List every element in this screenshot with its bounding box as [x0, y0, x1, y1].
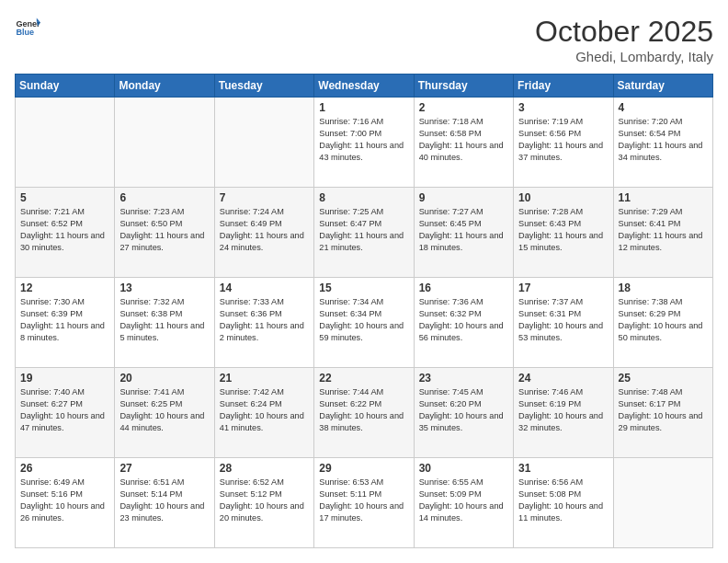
sunrise: Sunrise: 7:44 AM [319, 387, 383, 396]
table-row: 12 Sunrise: 7:30 AM Sunset: 6:39 PM Dayl… [16, 278, 115, 368]
day-number: 25 [619, 372, 708, 385]
daylight: Daylight: 11 hours and 43 minutes. [319, 141, 404, 162]
day-number: 22 [319, 372, 408, 385]
calendar-body: 1 Sunrise: 7:16 AM Sunset: 7:00 PM Dayli… [16, 98, 713, 548]
table-row: 9 Sunrise: 7:27 AM Sunset: 6:45 PM Dayli… [414, 188, 513, 278]
daylight: Daylight: 11 hours and 30 minutes. [20, 231, 105, 252]
table-row: 16 Sunrise: 7:36 AM Sunset: 6:32 PM Dayl… [414, 278, 513, 368]
daylight: Daylight: 10 hours and 44 minutes. [119, 411, 204, 432]
table-row [214, 98, 313, 188]
daylight: Daylight: 11 hours and 27 minutes. [119, 231, 204, 252]
table-row: 11 Sunrise: 7:29 AM Sunset: 6:41 PM Dayl… [613, 188, 712, 278]
daylight: Daylight: 10 hours and 50 minutes. [619, 321, 703, 342]
sunrise: Sunrise: 7:23 AM [119, 207, 184, 216]
day-info: Sunrise: 7:34 AM Sunset: 6:34 PM Dayligh… [319, 296, 408, 344]
day-info: Sunrise: 7:21 AM Sunset: 6:52 PM Dayligh… [20, 206, 109, 254]
day-number: 28 [220, 462, 309, 475]
sunset: Sunset: 5:11 PM [319, 489, 381, 499]
sunrise: Sunrise: 7:40 AM [20, 387, 85, 396]
daylight: Daylight: 11 hours and 24 minutes. [220, 231, 304, 252]
table-row: 19 Sunrise: 7:40 AM Sunset: 6:27 PM Dayl… [16, 368, 115, 458]
day-number: 2 [419, 101, 508, 114]
table-row: 17 Sunrise: 7:37 AM Sunset: 6:31 PM Dayl… [514, 278, 613, 368]
sunset: Sunset: 6:41 PM [619, 219, 681, 228]
table-row [613, 458, 712, 548]
table-row: 10 Sunrise: 7:28 AM Sunset: 6:43 PM Dayl… [514, 188, 613, 278]
sunrise: Sunrise: 7:41 AM [119, 387, 184, 396]
table-row: 13 Sunrise: 7:32 AM Sunset: 6:38 PM Dayl… [115, 278, 214, 368]
daylight: Daylight: 10 hours and 56 minutes. [419, 321, 504, 342]
table-row: 31 Sunrise: 6:56 AM Sunset: 5:08 PM Dayl… [514, 458, 613, 548]
day-info: Sunrise: 7:23 AM Sunset: 6:50 PM Dayligh… [119, 206, 209, 254]
day-number: 27 [119, 462, 209, 475]
table-row: 27 Sunrise: 6:51 AM Sunset: 5:14 PM Dayl… [115, 458, 214, 548]
sunrise: Sunrise: 7:45 AM [419, 387, 483, 396]
daylight: Daylight: 10 hours and 38 minutes. [319, 411, 404, 432]
sunset: Sunset: 5:08 PM [518, 489, 581, 499]
day-number: 26 [20, 462, 109, 475]
sunset: Sunset: 6:50 PM [119, 219, 182, 228]
daylight: Daylight: 10 hours and 11 minutes. [518, 501, 603, 523]
day-number: 9 [419, 191, 508, 204]
col-wednesday: Wednesday [314, 75, 414, 98]
day-number: 29 [319, 462, 408, 475]
day-number: 19 [20, 372, 109, 385]
day-info: Sunrise: 6:51 AM Sunset: 5:14 PM Dayligh… [119, 477, 209, 524]
sunrise: Sunrise: 6:52 AM [220, 477, 284, 487]
table-row: 2 Sunrise: 7:18 AM Sunset: 6:58 PM Dayli… [414, 98, 513, 188]
table-row: 28 Sunrise: 6:52 AM Sunset: 5:12 PM Dayl… [214, 458, 313, 548]
day-info: Sunrise: 6:49 AM Sunset: 5:16 PM Dayligh… [20, 477, 109, 524]
sunset: Sunset: 6:27 PM [20, 399, 83, 408]
day-info: Sunrise: 7:24 AM Sunset: 6:49 PM Dayligh… [220, 206, 309, 254]
daylight: Daylight: 10 hours and 47 minutes. [20, 411, 105, 432]
day-info: Sunrise: 7:42 AM Sunset: 6:24 PM Dayligh… [220, 386, 309, 434]
sunrise: Sunrise: 7:37 AM [518, 297, 583, 306]
sunset: Sunset: 6:54 PM [619, 129, 681, 138]
day-number: 13 [119, 282, 209, 294]
sunset: Sunset: 6:20 PM [419, 399, 482, 408]
daylight: Daylight: 10 hours and 20 minutes. [220, 501, 304, 523]
table-row: 18 Sunrise: 7:38 AM Sunset: 6:29 PM Dayl… [613, 278, 712, 368]
col-monday: Monday [115, 75, 214, 98]
table-row: 25 Sunrise: 7:48 AM Sunset: 6:17 PM Dayl… [613, 368, 712, 458]
weekday-row: Sunday Monday Tuesday Wednesday Thursday… [16, 75, 713, 98]
day-info: Sunrise: 7:30 AM Sunset: 6:39 PM Dayligh… [20, 296, 109, 344]
day-info: Sunrise: 6:55 AM Sunset: 5:09 PM Dayligh… [419, 477, 508, 524]
table-row: 22 Sunrise: 7:44 AM Sunset: 6:22 PM Dayl… [314, 368, 414, 458]
table-row: 7 Sunrise: 7:24 AM Sunset: 6:49 PM Dayli… [214, 188, 313, 278]
daylight: Daylight: 11 hours and 12 minutes. [619, 231, 703, 252]
daylight: Daylight: 11 hours and 8 minutes. [20, 321, 105, 342]
col-thursday: Thursday [414, 75, 513, 98]
sunset: Sunset: 6:58 PM [419, 129, 482, 138]
sunrise: Sunrise: 7:18 AM [419, 117, 483, 126]
day-number: 7 [220, 191, 309, 204]
sunset: Sunset: 5:14 PM [119, 489, 182, 499]
day-number: 21 [220, 372, 309, 385]
col-sunday: Sunday [16, 75, 115, 98]
col-friday: Friday [514, 75, 613, 98]
daylight: Daylight: 10 hours and 53 minutes. [518, 321, 603, 342]
table-row: 1 Sunrise: 7:16 AM Sunset: 7:00 PM Dayli… [314, 98, 414, 188]
day-info: Sunrise: 7:48 AM Sunset: 6:17 PM Dayligh… [619, 386, 708, 434]
daylight: Daylight: 10 hours and 35 minutes. [419, 411, 504, 432]
day-info: Sunrise: 7:18 AM Sunset: 6:58 PM Dayligh… [419, 116, 508, 164]
sunrise: Sunrise: 7:36 AM [419, 297, 483, 306]
day-info: Sunrise: 6:53 AM Sunset: 5:11 PM Dayligh… [319, 477, 408, 524]
day-info: Sunrise: 6:52 AM Sunset: 5:12 PM Dayligh… [220, 477, 309, 524]
daylight: Daylight: 10 hours and 32 minutes. [518, 411, 603, 432]
table-row: 3 Sunrise: 7:19 AM Sunset: 6:56 PM Dayli… [514, 98, 613, 188]
day-number: 24 [518, 372, 608, 385]
sunrise: Sunrise: 7:20 AM [619, 117, 683, 126]
sunrise: Sunrise: 7:16 AM [319, 117, 383, 126]
day-number: 12 [20, 282, 109, 294]
week-row: 5 Sunrise: 7:21 AM Sunset: 6:52 PM Dayli… [16, 188, 713, 278]
daylight: Daylight: 10 hours and 59 minutes. [319, 321, 404, 342]
day-info: Sunrise: 7:44 AM Sunset: 6:22 PM Dayligh… [319, 386, 408, 434]
day-info: Sunrise: 7:36 AM Sunset: 6:32 PM Dayligh… [419, 296, 508, 344]
sunset: Sunset: 7:00 PM [319, 129, 381, 138]
table-row: 20 Sunrise: 7:41 AM Sunset: 6:25 PM Dayl… [115, 368, 214, 458]
sunset: Sunset: 6:19 PM [518, 399, 581, 408]
daylight: Daylight: 10 hours and 26 minutes. [20, 501, 105, 523]
col-saturday: Saturday [613, 75, 712, 98]
daylight: Daylight: 10 hours and 41 minutes. [220, 411, 304, 432]
